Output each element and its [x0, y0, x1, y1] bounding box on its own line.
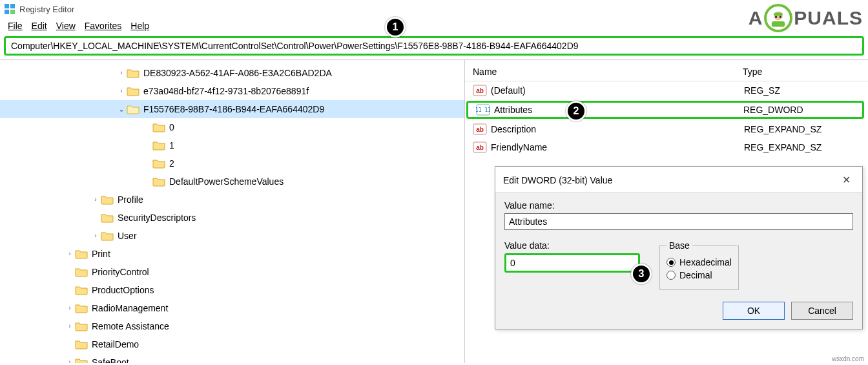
menu-view[interactable]: View: [52, 19, 79, 32]
value-type: REG_EXPAND_SZ: [744, 142, 868, 152]
svg-text:ab: ab: [476, 87, 484, 94]
tree-item[interactable]: ›Remote Assistance: [0, 317, 464, 335]
base-fieldset: Base Hexadecimal Decimal: [659, 240, 739, 290]
chevron-right-icon[interactable]: ›: [65, 317, 75, 335]
tree-item[interactable]: ›Profile: [0, 191, 464, 209]
chevron-right-icon[interactable]: ›: [65, 353, 75, 363]
value-name: Description: [491, 124, 744, 134]
tree-item[interactable]: ⌄F15576E8-98B7-4186-B944-EAFA664402D9: [0, 100, 464, 118]
address-bar[interactable]: Computer\HKEY_LOCAL_MACHINE\SYSTEM\Curre…: [4, 36, 864, 56]
value-row[interactable]: abDescriptionREG_EXPAND_SZ: [465, 120, 868, 138]
chevron-right-icon[interactable]: ›: [116, 64, 127, 82]
titlebar: Registry Editor: [0, 0, 868, 18]
chevron-right-icon[interactable]: ›: [90, 227, 101, 245]
cancel-button[interactable]: Cancel: [791, 302, 853, 320]
value-row[interactable]: 011 110AttributesREG_DWORD: [466, 101, 864, 119]
tree-item-label: 0: [169, 118, 180, 136]
value-type: REG_EXPAND_SZ: [744, 124, 868, 134]
value-row[interactable]: ab(Default)REG_SZ: [465, 81, 868, 99]
value-data-input[interactable]: [504, 253, 640, 273]
string-value-icon: ab: [473, 141, 487, 153]
dialog-title: Edit DWORD (32-bit) Value: [503, 175, 612, 185]
tree-item[interactable]: ›SafeBoot: [0, 353, 464, 363]
dword-value-icon: 011 110: [476, 104, 490, 116]
tree-item[interactable]: ›DE830923-A562-41AF-A086-E3A2C6BAD2DA: [0, 64, 464, 82]
menu-help[interactable]: Help: [127, 19, 153, 32]
menu-file[interactable]: File: [4, 19, 26, 32]
tree-item[interactable]: 0: [0, 118, 464, 136]
tree-item[interactable]: ›Print: [0, 245, 464, 263]
tree-item[interactable]: DefaultPowerSchemeValues: [0, 172, 464, 191]
tree-item-label: RetailDemo: [92, 335, 144, 353]
folder-icon: [152, 140, 165, 151]
tree-item[interactable]: 1: [0, 136, 464, 154]
tree-item-label: Profile: [118, 191, 149, 209]
col-name[interactable]: Name: [465, 67, 743, 77]
value-name: Attributes: [494, 105, 743, 115]
folder-icon: [75, 357, 88, 363]
window-title: Registry Editor: [19, 5, 74, 14]
tree-item[interactable]: ›e73a048d-bf27-4f12-9731-8b2076e8891f: [0, 82, 464, 100]
chevron-down-icon[interactable]: ⌄: [116, 100, 127, 118]
tree-item[interactable]: RetailDemo: [0, 335, 464, 353]
svg-rect-3: [10, 10, 15, 14]
folder-icon: [127, 68, 140, 78]
tree-item-label: Remote Assistance: [92, 317, 174, 335]
menu-edit[interactable]: Edit: [28, 19, 51, 32]
value-type: REG_DWORD: [743, 105, 862, 115]
value-type: REG_SZ: [744, 85, 868, 96]
tree-item-label: User: [118, 227, 142, 245]
tree-item[interactable]: ProductOptions: [0, 281, 464, 299]
chevron-right-icon[interactable]: ›: [116, 82, 127, 100]
tree-item-label: ProductOptions: [92, 281, 160, 299]
radio-decimal[interactable]: Decimal: [666, 270, 732, 280]
value-name-input[interactable]: [504, 213, 853, 230]
svg-point-7: [780, 16, 781, 18]
svg-rect-2: [5, 10, 9, 14]
ok-button[interactable]: OK: [723, 302, 785, 320]
col-type[interactable]: Type: [743, 67, 868, 77]
value-name-label: Value name:: [504, 200, 853, 211]
svg-text:ab: ab: [476, 144, 484, 151]
folder-icon: [75, 339, 88, 349]
svg-text:011 110: 011 110: [476, 107, 490, 113]
string-value-icon: ab: [473, 123, 487, 135]
radio-icon: [666, 271, 676, 280]
tree-item-label: RadioManagement: [92, 299, 173, 317]
tree-item[interactable]: SecurityDescriptors: [0, 209, 464, 227]
chevron-right-icon[interactable]: ›: [65, 299, 75, 317]
tree-item[interactable]: PriorityControl: [0, 263, 464, 281]
folder-icon: [75, 321, 88, 331]
tree-item-label: DE830923-A562-41AF-A086-E3A2C6BAD2DA: [143, 64, 337, 82]
folder-icon: [101, 213, 114, 223]
radio-hexadecimal[interactable]: Hexadecimal: [666, 257, 732, 267]
tree-item-label: SafeBoot: [92, 353, 134, 363]
tree-item[interactable]: 2: [0, 154, 464, 172]
tree-item-label: F15576E8-98B7-4186-B944-EAFA664402D9: [143, 100, 329, 118]
folder-icon: [101, 231, 114, 241]
logo-text-right: PUALS: [794, 7, 863, 29]
svg-rect-8: [772, 21, 785, 27]
values-pane[interactable]: Name Type ab(Default)REG_SZ011 110Attrib…: [465, 60, 868, 363]
menubar: File Edit View Favorites Help: [0, 18, 868, 35]
menu-favorites[interactable]: Favorites: [81, 19, 126, 32]
chevron-right-icon[interactable]: ›: [65, 245, 75, 263]
list-header: Name Type: [465, 64, 868, 81]
tree-pane[interactable]: ›DE830923-A562-41AF-A086-E3A2C6BAD2DA›e7…: [0, 60, 465, 363]
tree-item[interactable]: ›RadioManagement: [0, 299, 464, 317]
folder-icon: [152, 176, 165, 187]
close-icon: ✕: [842, 174, 851, 185]
regedit-icon: [4, 3, 16, 15]
svg-rect-1: [10, 4, 15, 8]
tree-item[interactable]: ›User: [0, 227, 464, 245]
value-row[interactable]: abFriendlyNameREG_EXPAND_SZ: [465, 138, 868, 156]
chevron-right-icon[interactable]: ›: [90, 191, 101, 209]
folder-icon: [152, 122, 165, 132]
tree-item-label: PriorityControl: [92, 263, 154, 281]
svg-rect-5: [774, 13, 783, 16]
dialog-close-button[interactable]: ✕: [838, 173, 854, 187]
value-name: (Default): [491, 85, 744, 96]
svg-point-6: [775, 16, 777, 18]
tree-item-label: DefaultPowerSchemeValues: [169, 172, 289, 191]
tree-item-label: 1: [169, 136, 180, 154]
